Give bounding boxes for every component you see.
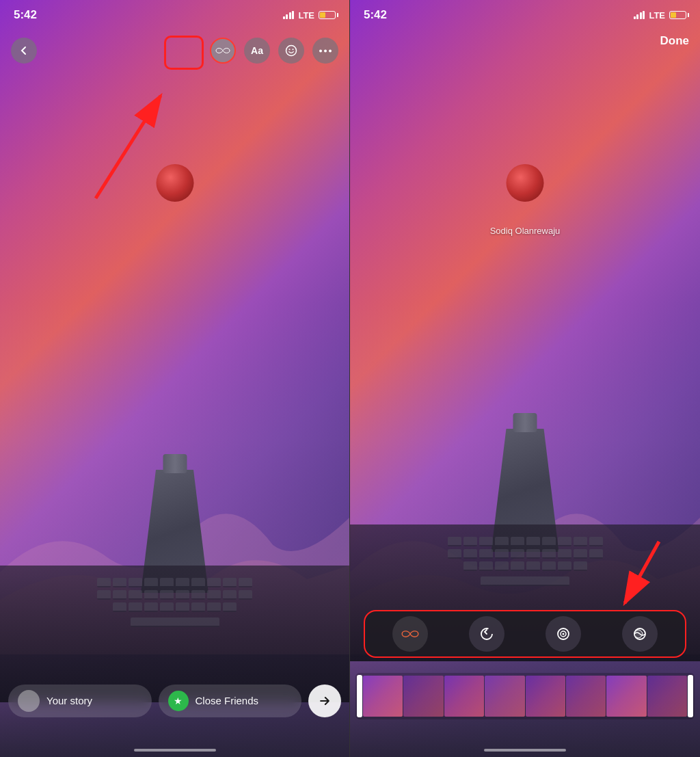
boomerang-infinity-option[interactable] <box>392 616 428 652</box>
stand-top <box>163 454 187 473</box>
status-icons-right: LTE <box>634 10 686 21</box>
more-button[interactable] <box>312 38 338 64</box>
forward-button[interactable] <box>308 685 341 717</box>
time-left: 5:42 <box>14 8 37 22</box>
infinity-option-icon <box>401 629 419 639</box>
timeline-strip[interactable] <box>355 673 695 719</box>
svg-point-5 <box>329 49 332 52</box>
back-icon <box>18 45 29 56</box>
close-friends-label: Close Friends <box>196 695 259 706</box>
battery-icon-right <box>669 11 686 19</box>
bottom-bar-left: Your story ★ Close Friends <box>0 678 349 723</box>
sticker-button[interactable] <box>278 38 304 64</box>
sticker-icon <box>284 44 298 57</box>
svg-point-2 <box>293 49 294 50</box>
infinity-button[interactable] <box>210 38 236 64</box>
timeline-thumbnails <box>363 676 687 717</box>
svg-point-0 <box>286 46 297 56</box>
done-button[interactable]: Done <box>660 34 690 48</box>
signal-icon-right <box>634 11 645 19</box>
text-button[interactable]: Aa <box>244 38 270 64</box>
top-toolbar-left: Aa <box>0 30 349 71</box>
status-bar-right: 5:42 LTE <box>350 0 700 30</box>
boomerang-slowmo-option[interactable] <box>546 616 581 652</box>
timeline-handle-right <box>688 675 693 717</box>
home-indicator-left <box>134 749 216 752</box>
more-icon <box>319 49 332 53</box>
time-right: 5:42 <box>364 8 387 22</box>
echo-option-icon <box>632 626 648 642</box>
left-panel: 5:42 LTE <box>0 0 350 757</box>
overlay-name: Sodiq Olanrewaju <box>490 226 561 236</box>
close-friends-button[interactable]: ★ Close Friends <box>159 685 302 717</box>
right-panel: 5:42 LTE Done Sodiq Olanrewaju <box>350 0 700 757</box>
close-friends-icon: ★ <box>168 691 189 711</box>
back-button[interactable] <box>11 38 37 64</box>
slowmo-option-icon <box>555 626 571 642</box>
infinity-icon <box>215 47 230 55</box>
svg-point-3 <box>319 49 322 52</box>
lte-label-right: LTE <box>649 10 665 21</box>
laptop-area <box>0 442 349 702</box>
rose-decoration-right <box>507 164 544 202</box>
rose-decoration <box>156 164 193 202</box>
boomerang-rewind-option[interactable] <box>469 616 504 652</box>
svg-point-11 <box>563 633 565 635</box>
rewind-option-icon <box>479 626 495 642</box>
svg-point-1 <box>289 49 291 50</box>
lte-label: LTE <box>298 10 314 21</box>
toolbar-right-buttons: Aa <box>210 38 338 64</box>
your-story-button[interactable]: Your story <box>8 685 152 717</box>
svg-point-4 <box>324 49 327 52</box>
battery-icon <box>319 11 336 19</box>
forward-icon <box>318 694 332 708</box>
home-indicator-right <box>484 749 566 752</box>
status-bar-left: 5:42 LTE <box>0 0 349 30</box>
stand-top-right <box>513 413 537 432</box>
your-story-label: Your story <box>46 695 92 706</box>
timeline-handle-left <box>357 675 362 717</box>
story-avatar <box>18 690 40 712</box>
boomerang-echo-option[interactable] <box>622 616 658 652</box>
boomerang-options-bar <box>364 610 686 658</box>
signal-icon <box>283 11 295 19</box>
status-icons-left: LTE <box>283 10 336 21</box>
